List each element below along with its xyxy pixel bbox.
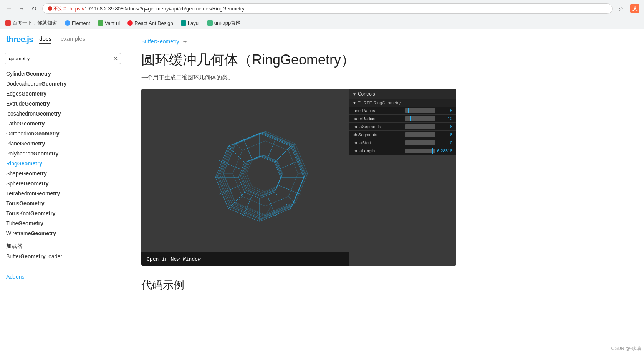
sidebar-item-icosahedron[interactable]: IcosahedronGeometry [0, 109, 126, 119]
element-label: Element [72, 20, 90, 26]
url-text: https://192.168.2.39:8080/docs/?q=geomet… [70, 6, 245, 12]
loaders-section-title: 加载器 [0, 238, 126, 251]
back-button[interactable]: ← [4, 3, 15, 14]
breadcrumb[interactable]: BufferGeometry → [141, 38, 629, 45]
page-title: 圆环缓冲几何体（RingGeometry） [141, 51, 629, 69]
demo-viewer: ▼ Controls ▼ THREE.RingGeometry innerRad… [141, 89, 456, 266]
watermark: CSDN @-耿瑞 [611, 345, 641, 352]
bookmark-layui[interactable]: Layui [179, 20, 201, 27]
sidebar-item-dodecahedron[interactable]: DodecahedronGeometry [0, 79, 126, 89]
sidebar-item-extrude[interactable]: ExtrudeGeometry [0, 99, 126, 109]
search-clear-icon[interactable]: ✕ [113, 56, 118, 62]
bookmark-baidu[interactable]: 百度一下，你就知道 [4, 19, 59, 27]
uniapp-icon [207, 20, 213, 26]
insecure-label: 不安全 [53, 5, 67, 12]
phisegments-thumb [409, 132, 409, 137]
controls-collapse-icon[interactable]: ▼ [353, 92, 356, 96]
profile-button[interactable]: 人 [629, 3, 640, 14]
control-row-innerradius: innerRadius 5 [349, 107, 456, 115]
insecure-badge: ! 不安全 [47, 5, 67, 12]
bookmark-react-ant[interactable]: React Ant Design [126, 20, 174, 27]
sidebar-item-wireframe[interactable]: WireframeGeometry [0, 228, 126, 238]
svg-marker-49 [247, 155, 283, 192]
vant-icon [98, 20, 103, 26]
sidebar-list: CylinderGeometry DodecahedronGeometry Ed… [0, 67, 126, 355]
app-layout: three.js docs examples ✕ CylinderGeometr… [0, 29, 644, 355]
sidebar-item-buffergeometryloader[interactable]: BufferGeometryLoader [0, 251, 126, 261]
sidebar-item-shape[interactable]: ShapeGeometry [0, 168, 126, 178]
controls-header: ▼ Controls [349, 89, 456, 99]
sidebar-item-lathe[interactable]: LatheGeometry [0, 119, 126, 129]
svg-text:人: 人 [632, 6, 638, 12]
element-icon [65, 20, 70, 26]
controls-title: Controls [358, 91, 375, 97]
sidebar-header: three.js docs examples [0, 29, 126, 50]
svg-line-27 [228, 146, 244, 162]
url-https: https:// [70, 6, 84, 12]
nav-buttons: ← → ↻ [4, 3, 39, 14]
sidebar-item-octahedron[interactable]: OctahedronGeometry [0, 129, 126, 139]
browser-chrome: ← → ↻ ! 不安全 https://192.168.2.39:8080/do… [0, 0, 644, 29]
baidu-label: 百度一下，你就知道 [12, 20, 57, 26]
sidebar-item-torusknot[interactable]: TorusKnotGeometry [0, 208, 126, 218]
sidebar-item-polyhedron[interactable]: PolyhedronGeometry [0, 149, 126, 159]
baidu-icon [5, 20, 11, 26]
layui-icon [181, 20, 186, 26]
sidebar-item-sphere[interactable]: SphereGeometry [0, 178, 126, 188]
browser-toolbar: ← → ↻ ! 不安全 https://192.168.2.39:8080/do… [0, 0, 644, 17]
url-rest: 192.168.2.39:8080/docs/?q=geometry#api/z… [84, 6, 245, 12]
thetalength-slider[interactable] [405, 149, 435, 153]
sidebar-item-tube[interactable]: TubeGeometry [0, 218, 126, 228]
tab-examples[interactable]: examples [61, 35, 85, 44]
reload-button[interactable]: ↻ [28, 3, 39, 14]
tab-docs[interactable]: docs [39, 35, 51, 44]
breadcrumb-arrow: → [182, 38, 187, 45]
bookmark-button[interactable]: ☆ [616, 3, 626, 14]
bookmark-uniapp[interactable]: uni-app官网 [206, 19, 242, 27]
thetalength-thumb [432, 148, 433, 154]
profile-icon: 人 [630, 4, 639, 13]
nav-tabs: docs examples [39, 35, 85, 44]
page-subtitle: 一个用于生成二维圆环几何体的类。 [141, 74, 629, 81]
svg-text:!: ! [49, 7, 50, 11]
sidebar-item-plane[interactable]: PlaneGeometry [0, 139, 126, 149]
control-row-thetasegments: thetaSegments 8 [349, 123, 456, 131]
addons-section-title[interactable]: Addons [0, 269, 126, 281]
bookmark-element[interactable]: Element [63, 20, 92, 27]
vant-label: Vant ui [105, 20, 120, 26]
logo[interactable]: three.js [6, 35, 33, 45]
phisegments-slider[interactable] [405, 132, 435, 137]
controls-sub-collapse-icon[interactable]: ▼ [353, 101, 356, 105]
svg-line-11 [235, 196, 242, 203]
svg-marker-15 [238, 156, 281, 198]
search-input[interactable] [5, 53, 121, 64]
bookmark-vant[interactable]: Vant ui [96, 20, 122, 27]
svg-line-29 [279, 160, 300, 169]
sidebar-item-ring[interactable]: RingGeometry [0, 159, 126, 168]
control-row-thetalength: thetaLength 6.28318 [349, 147, 456, 155]
sidebar-item-cylinder[interactable]: CylinderGeometry [0, 69, 126, 79]
thetasegments-slider[interactable] [405, 124, 435, 129]
layui-label: Layui [188, 20, 200, 26]
svg-line-23 [274, 192, 290, 208]
open-new-window[interactable]: Open in New Window [141, 252, 349, 266]
controls-panel: ▼ Controls ▼ THREE.RingGeometry innerRad… [349, 89, 456, 155]
sidebar: three.js docs examples ✕ CylinderGeometr… [0, 29, 126, 355]
forward-button[interactable]: → [16, 3, 27, 14]
ring-canvas [141, 89, 377, 266]
sidebar-item-tetrahedron[interactable]: TetrahedronGeometry [0, 188, 126, 198]
control-row-outerradius: outerRadius 10 [349, 115, 456, 123]
ring-geometry-svg [198, 116, 321, 239]
bookmarks-bar: 百度一下，你就知道 Element Vant ui React Ant Desi… [0, 17, 644, 29]
sidebar-item-edges[interactable]: EdgesGeometry [0, 89, 126, 99]
controls-sub-title: THREE.RingGeometry [358, 101, 401, 105]
svg-line-28 [268, 137, 276, 158]
address-bar[interactable]: ! 不安全 https://192.168.2.39:8080/docs/?q=… [42, 3, 613, 14]
controls-sub-header: ▼ THREE.RingGeometry [349, 99, 456, 107]
code-section-title: 代码示例 [141, 278, 629, 292]
innerradius-slider[interactable] [405, 108, 435, 113]
thetastart-slider[interactable] [405, 140, 435, 145]
control-row-thetastart: thetaStart 0 [349, 139, 456, 147]
outerradius-slider[interactable] [405, 116, 435, 121]
sidebar-item-torus[interactable]: TorusGeometry [0, 198, 126, 208]
